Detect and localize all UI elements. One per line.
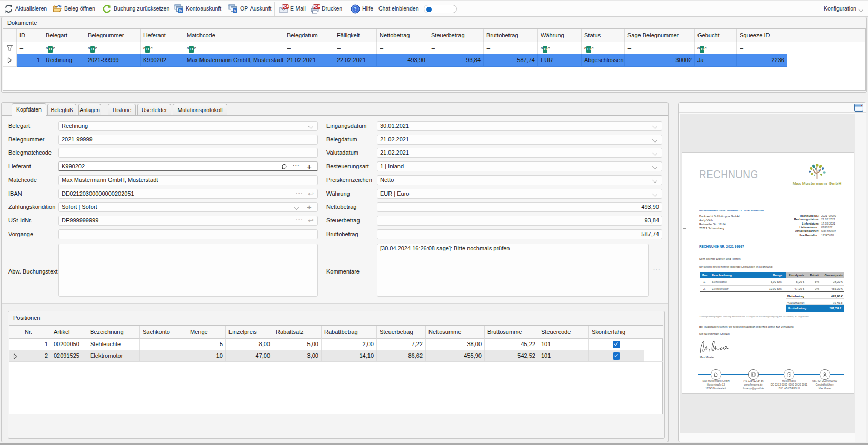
svg-text:?: ? <box>354 6 357 12</box>
svg-text:PDF: PDF <box>313 5 320 8</box>
svg-text:b: b <box>234 8 236 13</box>
svg-text:b: b <box>179 8 182 13</box>
svg-text:PDF: PDF <box>282 5 289 8</box>
